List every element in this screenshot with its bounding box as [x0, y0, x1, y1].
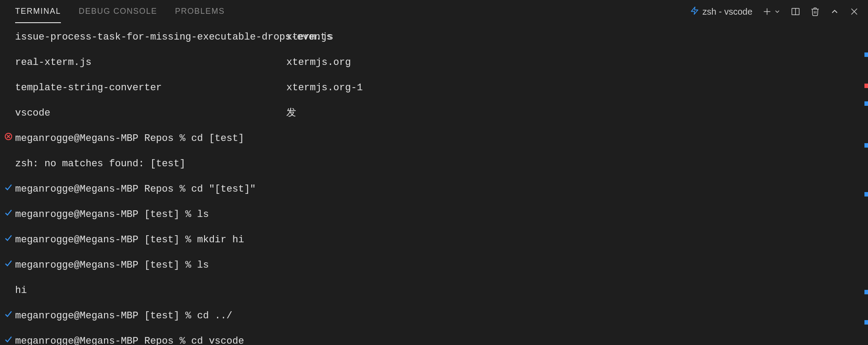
ls-repos-cell: vscode [15, 107, 286, 120]
terminal-prompt-line: meganrogge@Megans-MBP [test] % mkdir hi [15, 234, 244, 247]
panel-header-actions: zsh - vscode [690, 6, 859, 17]
overview-ruler-mark[interactable] [864, 290, 868, 294]
maximize-panel-button[interactable] [830, 7, 840, 16]
terminal-shell-indicator[interactable]: zsh - vscode [690, 6, 752, 17]
kill-terminal-button[interactable] [810, 7, 820, 16]
bolt-icon [690, 6, 699, 17]
svg-marker-0 [691, 7, 698, 14]
terminal-overview-ruler[interactable] [864, 23, 868, 345]
overview-ruler-mark[interactable] [864, 84, 868, 88]
new-terminal-group [762, 7, 781, 16]
terminal-shell-label: zsh - vscode [703, 7, 752, 17]
tab-terminal[interactable]: TERMINAL [15, 0, 61, 23]
tab-problems[interactable]: PROBLEMS [175, 0, 225, 23]
ls-repos-cell: issue-process-task-for-missing-executabl… [15, 31, 286, 44]
panel-header: TERMINAL DEBUG CONSOLE PROBLEMS zsh - vs… [0, 0, 868, 23]
close-panel-button[interactable] [849, 7, 859, 16]
overview-ruler-mark[interactable] [864, 52, 868, 57]
command-status-success-icon[interactable] [4, 234, 13, 242]
ls-repos-cell: xtermjs.org [286, 56, 351, 69]
panel-tabs: TERMINAL DEBUG CONSOLE PROBLEMS [15, 0, 225, 23]
new-terminal-dropdown[interactable] [774, 8, 781, 15]
command-status-success-icon[interactable] [4, 335, 13, 343]
command-status-success-icon[interactable] [4, 209, 13, 217]
overview-ruler-mark[interactable] [864, 320, 868, 325]
ls-repos-cell: xterm.js [286, 31, 334, 44]
ls-repos-cell: template-string-converter [15, 82, 286, 95]
terminal-viewport[interactable]: issue-process-task-for-missing-executabl… [0, 23, 868, 345]
command-status-error-icon[interactable] [4, 132, 13, 140]
terminal-prompt-line: meganrogge@Megans-MBP Repos % cd vscode [15, 335, 244, 345]
command-status-success-icon[interactable] [4, 183, 13, 191]
tab-debug-console[interactable]: DEBUG CONSOLE [79, 0, 157, 23]
ls-repos-cell: real-xterm.js [15, 56, 286, 69]
terminal-prompt-line: meganrogge@Megans-MBP Repos % cd "[test]… [15, 183, 256, 196]
terminal-output: issue-process-task-for-missing-executabl… [15, 31, 868, 345]
terminal-output-line: zsh: no matches found: [test] [15, 158, 185, 171]
terminal-output-line: hi [15, 285, 27, 297]
overview-ruler-mark[interactable] [864, 192, 868, 197]
terminal-prompt-line: meganrogge@Megans-MBP [test] % ls [15, 259, 209, 272]
terminal-prompt-line: meganrogge@Megans-MBP [test] % cd ../ [15, 310, 232, 323]
terminal-prompt-line: meganrogge@Megans-MBP [test] % ls [15, 209, 209, 221]
ls-repos-cell: 发 [286, 107, 296, 120]
command-status-success-icon[interactable] [4, 310, 13, 318]
new-terminal-button[interactable] [762, 7, 772, 16]
overview-ruler-mark[interactable] [864, 143, 868, 148]
command-status-success-icon[interactable] [4, 259, 13, 267]
split-terminal-button[interactable] [791, 7, 800, 16]
overview-ruler-mark[interactable] [864, 101, 868, 106]
terminal-prompt-line: meganrogge@Megans-MBP Repos % cd [test] [15, 132, 244, 145]
ls-repos-cell: xtermjs.org-1 [286, 82, 363, 95]
